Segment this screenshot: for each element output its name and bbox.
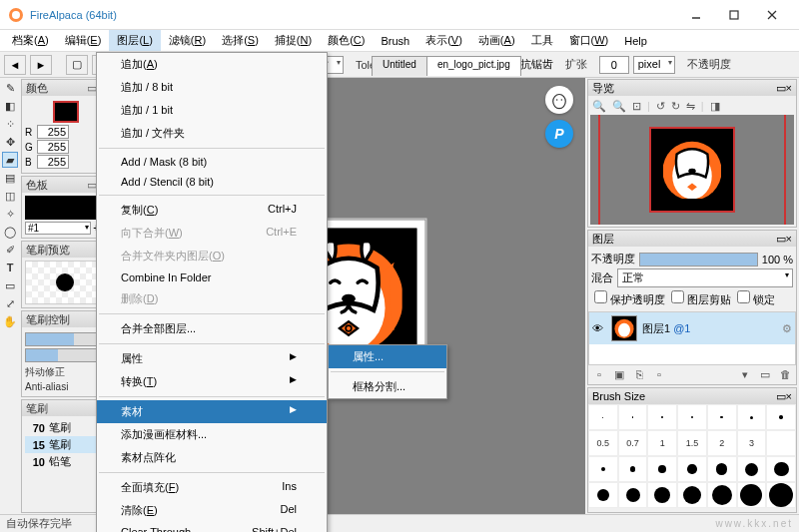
brush-size-cell[interactable] — [677, 456, 707, 482]
tool-button-1[interactable]: ▢ — [66, 55, 88, 75]
menu-a[interactable]: 档案(A) — [4, 30, 57, 51]
panel-close-icon[interactable]: × — [786, 390, 792, 402]
brush-size-cell[interactable] — [677, 482, 707, 508]
eraser-tool-icon[interactable]: ◧ — [2, 98, 18, 114]
brush-tool-icon[interactable]: ✎ — [2, 80, 18, 96]
document-tab[interactable]: en_logo_pict.jpg — [426, 56, 521, 76]
palette-swatches[interactable] — [25, 196, 107, 220]
expand-input[interactable] — [599, 56, 629, 74]
menu-item[interactable]: 全面填充(F)Ins — [97, 476, 327, 499]
brush-size-cell[interactable] — [588, 482, 618, 508]
brush-size-cell[interactable] — [766, 482, 796, 508]
expand-unit-dropdown[interactable]: pixel — [633, 56, 676, 74]
flip-icon[interactable]: ⇋ — [686, 100, 695, 113]
protect-alpha-checkbox[interactable]: 保护透明度 — [594, 290, 665, 307]
menu-a[interactable]: 动画(A) — [470, 30, 523, 51]
menu-item[interactable]: Add / Mask (8 bit) — [97, 152, 327, 172]
menu-item[interactable]: 追加 / 1 bit — [97, 99, 327, 122]
brush-size-cell[interactable] — [737, 482, 767, 508]
brush-size-cell[interactable] — [618, 404, 648, 430]
new-layer-icon[interactable]: ▫ — [591, 368, 607, 381]
brush-size-cell[interactable] — [707, 404, 737, 430]
rotate-ccw-icon[interactable]: ↺ — [656, 100, 665, 113]
brush-size-cell[interactable] — [677, 404, 707, 430]
text-tool-icon[interactable]: T — [2, 260, 18, 275]
menu-item[interactable]: Combine In Folder — [97, 267, 327, 287]
menu-help[interactable]: Help — [616, 32, 655, 50]
brush-size-cell[interactable] — [766, 404, 796, 430]
brush-size-cell[interactable] — [618, 482, 648, 508]
navigator-canvas[interactable] — [590, 115, 794, 225]
b-input[interactable] — [37, 155, 69, 169]
brush-size-cell[interactable] — [647, 404, 677, 430]
dot-tool-icon[interactable]: ⁘ — [2, 116, 18, 132]
brush-size-cell[interactable] — [737, 456, 767, 482]
menu-item[interactable]: 属性▶ — [97, 347, 327, 370]
maximize-button[interactable] — [715, 1, 753, 29]
layer-up-icon[interactable]: ▫ — [651, 368, 667, 381]
zoom-out-icon[interactable]: 🔍 — [612, 100, 626, 113]
menu-item[interactable]: 素材▶ — [97, 400, 327, 423]
layer-gear-icon[interactable]: ⚙ — [782, 322, 792, 335]
menu-item[interactable]: 素材点阵化 — [97, 446, 327, 469]
delete-layer-icon[interactable]: 🗑 — [777, 368, 793, 381]
menu-item[interactable]: 追加 / 文件夹 — [97, 122, 327, 145]
menu-item[interactable]: 追加 / 8 bit — [97, 76, 327, 99]
minimize-button[interactable] — [677, 1, 715, 29]
panel-tool-icon[interactable]: ▭ — [2, 277, 18, 293]
document-tab[interactable]: Untitled — [372, 56, 427, 76]
select-tool-icon[interactable]: ◫ — [2, 188, 18, 204]
zoom-in-icon[interactable]: 🔍 — [592, 100, 606, 113]
menu-[interactable]: 工具 — [523, 30, 561, 51]
color-swatch[interactable] — [53, 101, 79, 123]
gradient-tool-icon[interactable]: ▤ — [2, 170, 18, 186]
brush-size-cell[interactable] — [588, 404, 618, 430]
pen-tool-icon[interactable]: ✐ — [2, 242, 18, 258]
clipping-checkbox[interactable]: 图层剪贴 — [671, 290, 731, 307]
zoom-fit-icon[interactable]: ⊡ — [632, 100, 641, 113]
bucket-tool-icon[interactable]: ▰ — [2, 152, 18, 168]
brush-size-cell[interactable] — [707, 482, 737, 508]
menu-s[interactable]: 选择(S) — [214, 30, 267, 51]
panel-menu-icon[interactable]: ▭ — [776, 233, 786, 245]
brush-size-cell[interactable] — [647, 456, 677, 482]
nav-extra-icon[interactable]: ◨ — [710, 100, 720, 113]
menu-n[interactable]: 捕捉(N) — [267, 30, 320, 51]
brush-list-item[interactable]: 10铅笔 — [25, 453, 107, 470]
layer-opacity-slider[interactable] — [639, 253, 758, 266]
submenu-item[interactable]: 属性... — [329, 345, 446, 368]
brush-size-cell[interactable] — [618, 456, 648, 482]
menu-w[interactable]: 窗口(W) — [561, 30, 617, 51]
panel-menu-icon[interactable]: ▭ — [776, 390, 786, 402]
layer-a-icon[interactable]: ▭ — [757, 368, 773, 381]
eyedropper-tool-icon[interactable]: ⤢ — [2, 295, 18, 311]
p-bubble-icon[interactable]: P — [545, 120, 573, 148]
panel-menu-icon[interactable]: ▭ — [776, 82, 786, 94]
layer-item[interactable]: 👁 图层1 @1 ⚙ — [589, 312, 795, 344]
palette-select[interactable]: #1 — [25, 222, 91, 235]
brush-size-cell[interactable] — [737, 404, 767, 430]
menu-item[interactable]: Clear ThroughShift+Del — [97, 522, 327, 532]
panel-close-icon[interactable]: × — [786, 82, 792, 94]
menu-item[interactable]: 追加(A) — [97, 53, 327, 76]
brush-size-cell[interactable] — [588, 456, 618, 482]
close-button[interactable] — [753, 1, 791, 29]
layer-visibility-icon[interactable]: 👁 — [592, 322, 606, 334]
menu-r[interactable]: 滤镜(R) — [161, 30, 214, 51]
wand-tool-icon[interactable]: ✧ — [2, 206, 18, 222]
hand-tool-icon[interactable]: ✋ — [2, 313, 18, 329]
blend-mode-select[interactable]: 正常 — [617, 268, 793, 287]
menu-item[interactable]: 复制(C)Ctrl+J — [97, 199, 327, 222]
menu-l[interactable]: 图层(L) — [109, 30, 160, 51]
submenu-item[interactable]: 框格分割... — [329, 375, 446, 398]
brush-size-cell[interactable] — [766, 456, 796, 482]
dup-layer-icon[interactable]: ⎘ — [631, 368, 647, 381]
g-input[interactable] — [37, 140, 69, 154]
brush-list-item[interactable]: 70笔刷 — [25, 419, 107, 436]
alpaca-bubble-icon[interactable] — [545, 86, 573, 114]
brush-size-slider[interactable] — [25, 332, 107, 346]
menu-item[interactable]: Add / Stencil (8 bit) — [97, 172, 327, 192]
menu-e[interactable]: 编辑(E) — [57, 30, 110, 51]
menu-item[interactable]: 合并全部图层... — [97, 317, 327, 340]
rotate-cw-icon[interactable]: ↻ — [671, 100, 680, 113]
